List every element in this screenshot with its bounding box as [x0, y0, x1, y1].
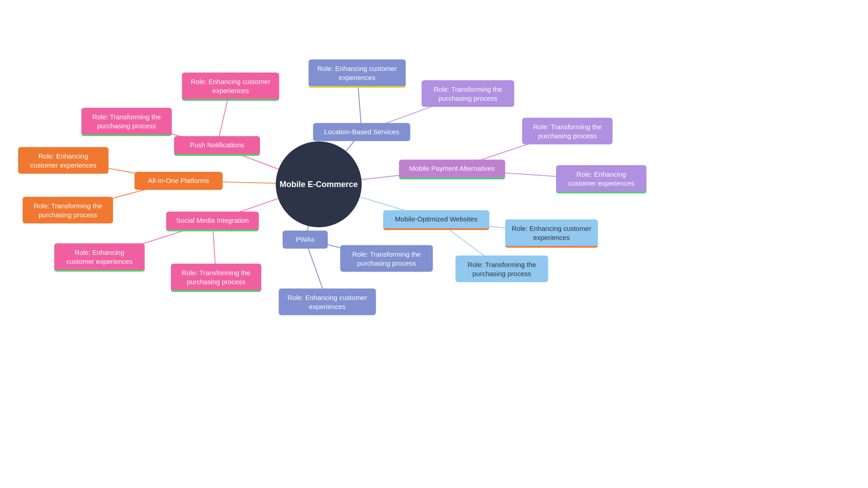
mp-role-enhance-node: Role: Enhancing customer experiences: [556, 165, 646, 194]
center-node: Mobile E-Commerce: [276, 141, 362, 227]
aio-role-enhance-node: Role: Enhancing customer experiences: [18, 147, 108, 174]
mo-role-transform-node: Role: Transforming the purchasing proces…: [456, 256, 548, 282]
pn-role-transform-node: Role: Transforming the purchasing proces…: [81, 108, 172, 136]
pwa-role-transform-node: Role: Transforming the purchasing proces…: [340, 245, 433, 272]
center-label: Mobile E-Commerce: [279, 180, 358, 189]
mobile-optimized-node: Mobile-Optimized Websites: [383, 210, 490, 230]
location-based-node: Location-Based Services: [313, 123, 410, 141]
mp-role-transform-node: Role: Transforming the purchasing proces…: [522, 118, 613, 145]
mo-role-enhance-node: Role: Enhancing customer experiences: [505, 220, 598, 248]
all-in-one-node: All-In-One Platforms: [135, 172, 223, 190]
mobile-payment-node: Mobile Payment Alternatives: [399, 160, 505, 179]
pn-role-enhance-node: Role: Enhancing customer experiences: [182, 73, 279, 101]
pwa-role-enhance-node: Role: Enhancing customer experiences: [279, 289, 376, 315]
pwas-node: PWAs: [283, 230, 328, 249]
social-media-node: Social Media Integration: [166, 211, 259, 231]
aio-role-transform-node: Role: Transforming the purchasing proces…: [23, 197, 113, 224]
sm-role-enhance-node: Role: Enhancing customer experiences: [54, 244, 145, 272]
lb-role-enhance-node: Role: Enhancing customer experiences: [309, 60, 406, 88]
sm-role-transform-node: Role: Transforming the purchasing proces…: [171, 264, 261, 292]
push-notifications-node: Push Notifications: [174, 136, 260, 156]
lb-role-transform-node: Role: Transforming the purchasing proces…: [422, 80, 514, 107]
